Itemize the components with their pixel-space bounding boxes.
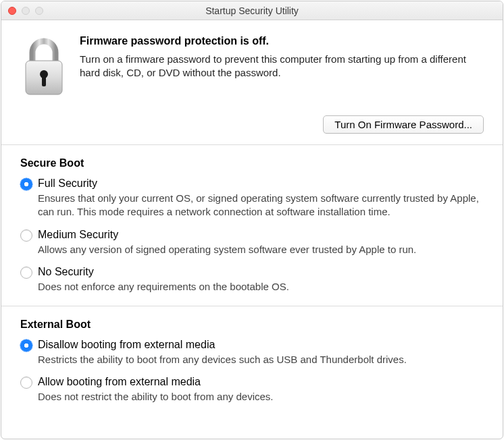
option-title: No Security xyxy=(38,266,484,278)
option-title: Disallow booting from external media xyxy=(38,339,484,351)
option-title: Full Security xyxy=(38,177,484,190)
option-desc: Restricts the ability to boot from any d… xyxy=(38,353,484,366)
secure-boot-heading: Secure Boot xyxy=(20,157,484,169)
option-title: Allow booting from external media xyxy=(38,376,484,388)
window: Startup Security Utility xyxy=(1,1,503,439)
external-boot-option-allow[interactable]: Allow booting from external media Does n… xyxy=(20,376,484,404)
zoom-icon xyxy=(35,7,43,15)
firmware-section: Firmware password protection is off. Tur… xyxy=(1,20,503,145)
option-desc: Ensures that only your current OS, or si… xyxy=(38,192,484,219)
option-desc: Does not restrict the ability to boot fr… xyxy=(38,390,484,404)
option-desc: Allows any version of signed operating s… xyxy=(38,243,484,256)
radio-disallow-external[interactable] xyxy=(20,339,32,352)
secure-boot-section: Secure Boot Full Security Ensures that o… xyxy=(1,145,503,306)
firmware-heading: Firmware password protection is off. xyxy=(80,35,484,47)
firmware-text: Firmware password protection is off. Tur… xyxy=(80,35,484,99)
traffic-lights xyxy=(8,7,43,15)
titlebar: Startup Security Utility xyxy=(1,1,503,20)
option-title: Medium Security xyxy=(38,229,484,241)
external-boot-option-disallow[interactable]: Disallow booting from external media Res… xyxy=(20,339,484,366)
firmware-description: Turn on a firmware password to prevent t… xyxy=(80,53,484,80)
radio-no-security[interactable] xyxy=(20,267,32,279)
secure-boot-option-medium[interactable]: Medium Security Allows any version of si… xyxy=(20,229,484,256)
radio-allow-external[interactable] xyxy=(20,377,32,389)
svg-rect-2 xyxy=(42,76,46,86)
external-boot-heading: External Boot xyxy=(20,319,484,331)
secure-boot-option-full[interactable]: Full Security Ensures that only your cur… xyxy=(20,177,484,219)
option-desc: Does not enforce any requirements on the… xyxy=(38,280,484,294)
external-boot-section: External Boot Disallow booting from exte… xyxy=(1,306,503,416)
secure-boot-option-none[interactable]: No Security Does not enforce any require… xyxy=(20,266,484,294)
radio-full-security[interactable] xyxy=(20,178,32,190)
minimize-icon xyxy=(22,7,30,15)
turn-on-firmware-password-button[interactable]: Turn On Firmware Password... xyxy=(323,115,484,134)
radio-medium-security[interactable] xyxy=(20,229,32,242)
close-icon[interactable] xyxy=(8,7,16,15)
content: Firmware password protection is off. Tur… xyxy=(1,20,503,439)
window-title: Startup Security Utility xyxy=(1,5,503,16)
lock-icon xyxy=(20,35,68,99)
